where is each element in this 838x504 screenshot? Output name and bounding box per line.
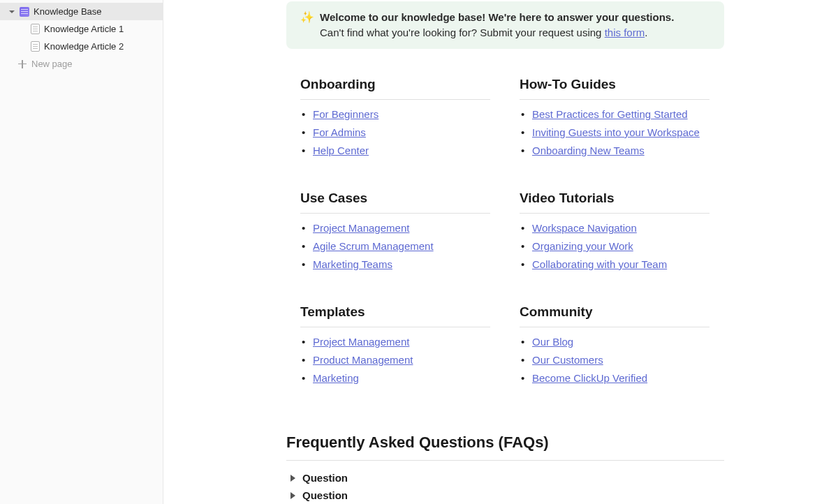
section-title: How-To Guides <box>520 77 710 92</box>
welcome-banner: ✨ Welcome to our knowledge base! We're h… <box>286 1 724 49</box>
list-item: Project Management <box>313 336 490 348</box>
list-item: Our Customers <box>532 354 710 366</box>
list-item: Best Practices for Getting Started <box>532 108 710 120</box>
page-icon <box>31 41 40 52</box>
section-link[interactable]: Product Management <box>313 354 413 366</box>
main-content: ✨ Welcome to our knowledge base! We're h… <box>163 0 838 504</box>
sidebar-item-label: Knowledge Article 2 <box>44 41 124 52</box>
sections-grid: Onboarding For Beginners For Admins Help… <box>286 77 838 390</box>
section-link[interactable]: For Admins <box>313 126 366 138</box>
section-link[interactable]: Agile Scrum Management <box>313 240 434 252</box>
list-item: Help Center <box>313 144 490 156</box>
sidebar-item-label: Knowledge Article 1 <box>44 24 124 34</box>
section-link[interactable]: Workspace Navigation <box>532 222 637 234</box>
sidebar-item-article-1[interactable]: Knowledge Article 1 <box>0 20 163 38</box>
section-link[interactable]: Inviting Guests into your Workspace <box>532 126 700 138</box>
sidebar-item-label: Knowledge Base <box>34 6 102 17</box>
plus-icon <box>17 59 27 69</box>
list-item: Organizing your Work <box>532 240 710 252</box>
section-video-tutorials: Video Tutorials Workspace Navigation Org… <box>520 191 710 276</box>
banner-text: Welcome to our knowledge base! We're her… <box>320 10 674 40</box>
section-title: Use Cases <box>300 191 490 206</box>
page-icon <box>31 24 40 34</box>
divider <box>520 327 710 327</box>
list-item: Project Management <box>313 222 490 234</box>
section-templates: Templates Project Management Product Man… <box>300 304 490 390</box>
banner-line2-pre: Can't find what you're looking for? Subm… <box>320 27 605 38</box>
list-item: Collaborating with your Team <box>532 258 710 270</box>
section-community: Community Our Blog Our Customers Become … <box>520 304 710 390</box>
section-howto-guides: How-To Guides Best Practices for Getting… <box>520 77 710 163</box>
section-link[interactable]: Our Blog <box>532 336 573 348</box>
divider <box>300 213 490 214</box>
sidebar-item-label: New page <box>31 59 73 69</box>
sidebar-item-knowledge-base[interactable]: Knowledge Base <box>0 3 163 20</box>
list-item: Our Blog <box>532 336 710 348</box>
divider <box>286 460 724 461</box>
divider <box>520 99 710 100</box>
list-item: For Beginners <box>313 108 490 120</box>
list-item: Workspace Navigation <box>532 222 710 234</box>
list-item: For Admins <box>313 126 490 138</box>
list-item: Inviting Guests into your Workspace <box>532 126 710 138</box>
list-item: Product Management <box>313 354 490 366</box>
section-use-cases: Use Cases Project Management Agile Scrum… <box>300 191 490 276</box>
section-link[interactable]: Onboarding New Teams <box>532 144 645 156</box>
triangle-right-icon <box>291 492 295 499</box>
section-link[interactable]: Project Management <box>313 222 409 234</box>
book-icon <box>20 7 29 17</box>
faq-item[interactable]: Question <box>286 487 724 504</box>
faq-item[interactable]: Question <box>286 469 724 487</box>
banner-line2-post: . <box>645 27 647 38</box>
caret-down-icon <box>8 8 15 15</box>
section-title: Community <box>520 304 710 320</box>
banner-bold: Welcome to our knowledge base! We're her… <box>320 11 674 23</box>
divider <box>300 99 490 100</box>
section-link[interactable]: Our Customers <box>532 354 603 366</box>
list-item: Marketing Teams <box>313 258 490 270</box>
section-link[interactable]: Collaborating with your Team <box>532 258 667 270</box>
sidebar: Knowledge Base Knowledge Article 1 Knowl… <box>0 0 163 504</box>
list-item: Marketing <box>313 372 490 384</box>
section-link[interactable]: Become ClickUp Verified <box>532 372 647 384</box>
section-link[interactable]: Best Practices for Getting Started <box>532 108 688 120</box>
section-link[interactable]: Marketing <box>313 372 359 384</box>
divider <box>300 327 490 327</box>
section-link[interactable]: Help Center <box>313 144 369 156</box>
section-link[interactable]: Marketing Teams <box>313 258 392 270</box>
list-item: Become ClickUp Verified <box>532 372 710 384</box>
section-link[interactable]: Organizing your Work <box>532 240 633 252</box>
section-link[interactable]: For Beginners <box>313 108 378 120</box>
faq-title: Frequently Asked Questions (FAQs) <box>286 433 724 452</box>
section-onboarding: Onboarding For Beginners For Admins Help… <box>300 77 490 163</box>
list-item: Agile Scrum Management <box>313 240 490 252</box>
section-title: Templates <box>300 304 490 320</box>
sidebar-new-page[interactable]: New page <box>0 55 163 73</box>
sidebar-item-article-2[interactable]: Knowledge Article 2 <box>0 38 163 55</box>
sparkle-icon: ✨ <box>300 10 314 25</box>
faq-section: Frequently Asked Questions (FAQs) Questi… <box>286 433 724 504</box>
section-title: Onboarding <box>300 77 490 92</box>
faq-item-label: Question <box>302 489 348 501</box>
faq-item-label: Question <box>302 472 348 484</box>
section-link[interactable]: Project Management <box>313 336 409 348</box>
triangle-right-icon <box>291 475 295 482</box>
banner-form-link[interactable]: this form <box>605 27 645 38</box>
section-title: Video Tutorials <box>520 191 710 206</box>
list-item: Onboarding New Teams <box>532 144 710 156</box>
divider <box>520 213 710 214</box>
